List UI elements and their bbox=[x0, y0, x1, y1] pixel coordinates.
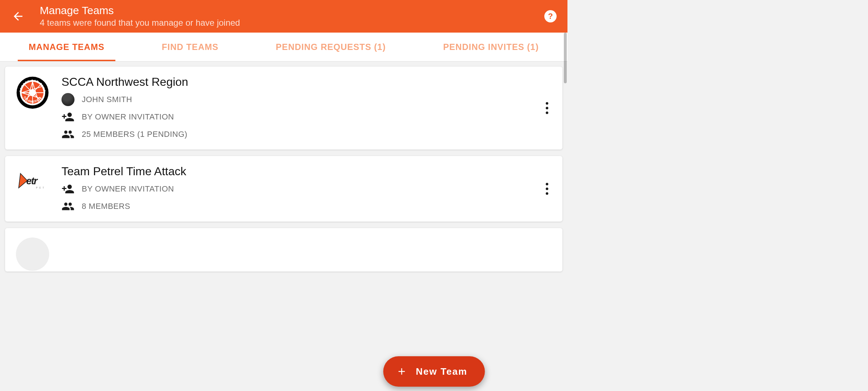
team-card[interactable] bbox=[5, 228, 562, 272]
placeholder-logo-icon bbox=[16, 237, 49, 271]
team-card[interactable]: etr P E T Team Petrel Time Attack By Own… bbox=[5, 156, 562, 222]
owner-name: John Smith bbox=[82, 95, 132, 104]
members-text: 8 Members bbox=[82, 202, 130, 211]
team-members-row: 8 Members bbox=[61, 200, 552, 213]
team-card[interactable]: SPORTS CAR CLUB OF AMERICA SCCA Northwes… bbox=[5, 67, 562, 150]
tabs: Manage Teams Find Teams Pending Requests… bbox=[0, 33, 567, 62]
page-subtitle: 4 teams were found that you manage or ha… bbox=[40, 17, 240, 28]
arrow-left-icon bbox=[12, 10, 25, 23]
svg-text:etr: etr bbox=[26, 175, 38, 186]
members-text: 25 Members (1 Pending) bbox=[82, 130, 187, 139]
join-policy-text: By Owner Invitation bbox=[82, 184, 174, 194]
etr-logo-icon: etr P E T bbox=[15, 169, 50, 195]
join-policy-text: By Owner Invitation bbox=[82, 112, 174, 122]
tab-label: Find Teams bbox=[162, 42, 218, 52]
team-join-policy-row: By Owner Invitation bbox=[61, 110, 552, 123]
person-add-icon bbox=[61, 182, 75, 196]
app-header: Manage Teams 4 teams were found that you… bbox=[0, 0, 567, 33]
team-logo: SPORTS CAR CLUB OF AMERICA bbox=[15, 75, 50, 110]
svg-text:P E T: P E T bbox=[36, 186, 45, 189]
team-name: SCCA Northwest Region bbox=[61, 75, 552, 89]
help-button[interactable]: ? bbox=[544, 10, 557, 22]
team-owner-row: John Smith bbox=[61, 93, 552, 106]
back-button[interactable] bbox=[11, 9, 25, 24]
help-icon: ? bbox=[548, 12, 553, 21]
scrollbar-thumb[interactable] bbox=[564, 33, 567, 83]
team-body: Team Petrel Time Attack By Owner Invitat… bbox=[61, 165, 552, 213]
tab-pending-invites[interactable]: Pending Invites (1) bbox=[432, 33, 549, 61]
dots-vertical-icon bbox=[546, 102, 548, 105]
dots-vertical-icon bbox=[546, 183, 548, 185]
owner-avatar bbox=[61, 93, 75, 106]
scca-logo-icon: SPORTS CAR CLUB OF AMERICA bbox=[16, 76, 49, 109]
people-icon bbox=[61, 200, 75, 213]
card-menu-button[interactable] bbox=[541, 180, 552, 198]
tab-pending-requests[interactable]: Pending Requests (1) bbox=[265, 33, 397, 61]
team-logo bbox=[15, 237, 50, 272]
card-menu-button[interactable] bbox=[541, 100, 552, 117]
people-icon bbox=[61, 128, 75, 141]
team-body: SCCA Northwest Region John Smith By Owne… bbox=[61, 75, 552, 141]
team-join-policy-row: By Owner Invitation bbox=[61, 182, 552, 196]
person-add-icon bbox=[61, 110, 75, 123]
tab-manage-teams[interactable]: Manage Teams bbox=[18, 33, 115, 61]
team-logo: etr P E T bbox=[15, 165, 50, 199]
scrollbar[interactable] bbox=[564, 33, 567, 283]
tab-label: Pending Requests (1) bbox=[276, 42, 386, 52]
tab-label: Pending Invites (1) bbox=[443, 42, 539, 52]
header-titles: Manage Teams 4 teams were found that you… bbox=[40, 4, 240, 28]
tab-find-teams[interactable]: Find Teams bbox=[151, 33, 229, 61]
content-area: SPORTS CAR CLUB OF AMERICA SCCA Northwes… bbox=[0, 62, 567, 283]
page-title: Manage Teams bbox=[40, 4, 240, 17]
team-name: Team Petrel Time Attack bbox=[61, 165, 552, 178]
tab-label: Manage Teams bbox=[29, 42, 104, 52]
team-members-row: 25 Members (1 Pending) bbox=[61, 128, 552, 141]
